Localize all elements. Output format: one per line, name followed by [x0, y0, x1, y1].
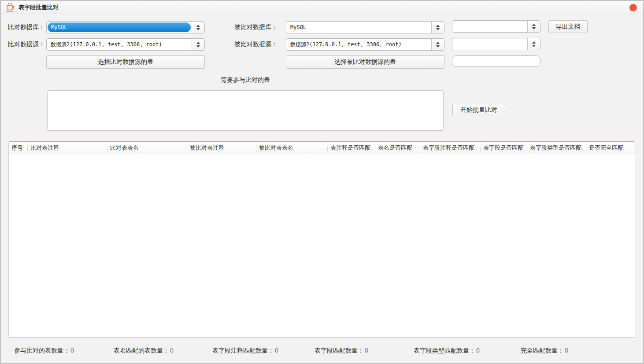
status-full-match-count: 完全匹配数量：0 [521, 347, 568, 355]
col-header-comment-match[interactable]: 表注释是否匹配 [327, 143, 375, 152]
window-title: 表字段批量比对 [19, 4, 59, 11]
spinner-up-icon [436, 42, 440, 44]
col-header-compare-comment[interactable]: 比对表注释 [27, 143, 107, 152]
extra-combo-top-value[interactable] [452, 21, 527, 32]
target-source-combo-value[interactable]: 数据源2(127.0.0.1, test, 3306, root) [286, 39, 431, 50]
col-header-target-comment[interactable]: 被比对表注释 [187, 143, 256, 152]
extra-combo-top-spinner[interactable] [527, 21, 540, 32]
status-label: 表名匹配的表数量： [114, 347, 169, 354]
spinner-down-icon [196, 45, 200, 48]
status-label: 表字段类型匹配数量： [414, 347, 475, 354]
extra-text-field[interactable] [452, 55, 540, 67]
start-batch-compare-button[interactable]: 开始批量比对 [452, 104, 505, 116]
spinner-down-icon [532, 45, 536, 47]
tables-to-compare-textarea[interactable] [47, 90, 444, 131]
target-source-label: 被比对数据源： [234, 38, 278, 51]
compare-db-combo-spinner[interactable] [192, 22, 204, 33]
spinner-down-icon [436, 45, 440, 48]
app-window: 表字段批量比对 比对数据库： MySQL 比对数据源： 数据源2(127.0.0… [0, 0, 644, 364]
results-table: 序号 比对表注释 比对表表名 被比对表注释 被比对表表名 表注释是否匹配 表名是… [8, 141, 635, 338]
title-bar: 表字段批量比对 [1, 1, 643, 14]
results-table-header: 序号 比对表注释 比对表表名 被比对表注释 被比对表表名 表注释是否匹配 表名是… [9, 142, 635, 154]
status-label: 完全匹配数量： [521, 347, 564, 354]
extra-combo-middle-spinner[interactable] [527, 38, 540, 50]
spinner-up-icon [532, 41, 536, 44]
target-source-combo[interactable]: 数据源2(127.0.0.1, test, 3306, root) [286, 38, 444, 51]
compare-db-label: 比对数据库： [8, 21, 45, 33]
spinner-down-icon [436, 28, 440, 30]
spinner-down-icon [532, 27, 536, 29]
extra-combo-top[interactable] [452, 20, 540, 33]
status-value: 0 [170, 347, 174, 354]
status-value: 0 [565, 347, 568, 354]
results-table-body[interactable] [9, 154, 635, 338]
target-db-combo[interactable]: MySQL [286, 21, 444, 33]
spinner-up-icon [436, 25, 440, 27]
spinner-up-icon [196, 25, 200, 27]
col-header-index[interactable]: 序号 [9, 143, 27, 152]
target-db-combo-spinner[interactable] [431, 22, 444, 33]
java-cup-icon [5, 3, 15, 12]
col-header-field-type-match[interactable]: 表字段类型是否匹配 [527, 143, 586, 152]
status-value: 0 [70, 347, 74, 354]
status-bar: 参与比对的表数量：0 表名匹配的表数量：0 表字段注释匹配数量：0 表字段匹配数… [1, 340, 643, 362]
compare-source-label: 比对数据源： [8, 38, 45, 51]
status-tables-total: 参与比对的表数量：0 [14, 347, 74, 355]
form-section-divider [220, 20, 220, 76]
compare-db-combo-value[interactable]: MySQL [48, 22, 191, 32]
spinner-up-icon [196, 42, 200, 44]
col-header-full-match[interactable]: 是否完全匹配 [586, 143, 628, 152]
col-header-field-comment-match[interactable]: 表字段注释是否匹配 [420, 143, 480, 152]
status-field-type-match-count: 表字段类型匹配数量：0 [414, 347, 480, 355]
status-field-match-count: 表字段匹配数量：0 [315, 347, 368, 355]
spinner-down-icon [196, 28, 200, 30]
extra-combo-middle-value[interactable] [452, 38, 527, 50]
extra-combo-middle[interactable] [452, 38, 540, 50]
compare-db-combo[interactable]: MySQL [46, 21, 205, 33]
select-compare-tables-button[interactable]: 选择比对数据源的表 [46, 55, 205, 69]
close-button[interactable] [629, 4, 637, 11]
status-label: 表字段匹配数量： [315, 347, 364, 354]
tables-to-compare-label: 需要参与比对的表 [47, 76, 444, 84]
target-source-combo-spinner[interactable] [431, 39, 444, 50]
col-header-target-name[interactable]: 被比对表表名 [256, 143, 327, 152]
status-field-comment-match-count: 表字段注释匹配数量：0 [212, 347, 278, 355]
status-label: 参与比对的表数量： [14, 347, 70, 354]
status-value: 0 [275, 347, 278, 354]
compare-source-combo-spinner[interactable] [192, 39, 204, 50]
col-header-name-match[interactable]: 表名是否匹配 [375, 143, 420, 152]
status-label: 表字段注释匹配数量： [212, 347, 274, 354]
col-header-compare-name[interactable]: 比对表表名 [107, 143, 187, 152]
spinner-up-icon [532, 24, 536, 26]
target-db-combo-value[interactable]: MySQL [286, 22, 431, 33]
export-doc-button[interactable]: 导出文档 [548, 20, 588, 33]
select-target-tables-button[interactable]: 选择被比对数据源的表 [286, 55, 444, 69]
target-db-label: 被比对数据库： [234, 21, 278, 33]
status-name-match-count: 表名匹配的表数量：0 [114, 347, 174, 355]
compare-source-combo-value[interactable]: 数据源2(127.0.0.1, test, 3306, root) [47, 39, 192, 50]
status-value: 0 [365, 347, 368, 354]
col-header-field-match[interactable]: 表字段是否匹配 [480, 143, 527, 152]
status-value: 0 [476, 347, 480, 354]
compare-source-combo[interactable]: 数据源2(127.0.0.1, test, 3306, root) [46, 38, 205, 51]
